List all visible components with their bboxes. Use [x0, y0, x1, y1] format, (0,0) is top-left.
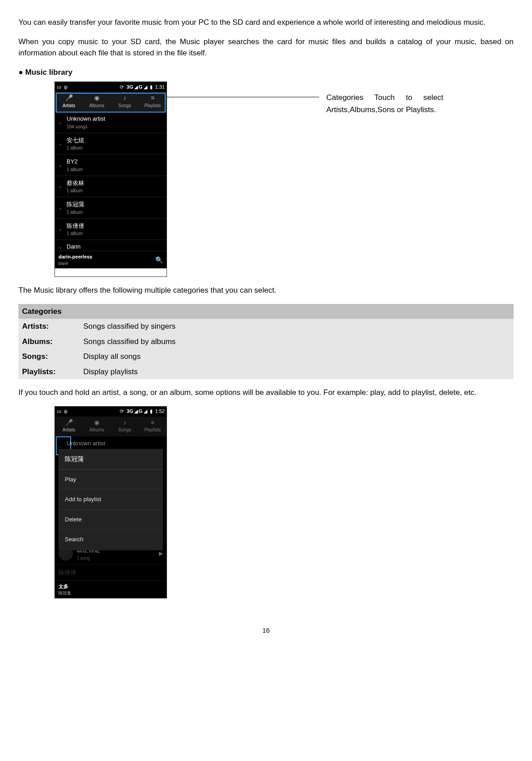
- intro-paragraph-1: You can easily transfer your favorite mu…: [18, 17, 514, 28]
- signal-icon: ◢: [144, 83, 147, 91]
- tab-playlists[interactable]: ≡ Playlists: [139, 417, 167, 436]
- reload-icon: ⟳: [120, 83, 124, 91]
- note-icon: ♪: [120, 419, 129, 426]
- search-icon[interactable]: 🔍: [155, 255, 163, 265]
- tab-label: Artists: [63, 102, 75, 109]
- artist-name: BY2: [67, 157, 83, 166]
- tab-artists[interactable]: 🎤 Artists: [55, 417, 83, 436]
- figure-context-menu: ▭ ψ ⟳ 3G ◢ G ◢ ▮ 1:52 🎤 Artists ◉ Albums: [54, 406, 514, 599]
- music-library-categories-text: The Music library offers the following m…: [18, 285, 514, 296]
- network-g-label: G: [139, 83, 143, 91]
- battery-icon: ▮: [150, 83, 153, 91]
- signal-icon: ◢: [144, 408, 147, 415]
- table-row: Artists: Songs classified by singers: [18, 319, 514, 334]
- table-row: Playlists: Display playlists: [18, 364, 514, 380]
- categories-table: Categories Artists: Songs classified by …: [18, 304, 514, 380]
- category-key: Playlists:: [18, 364, 80, 380]
- category-value: Display all songs: [80, 349, 514, 364]
- artist-row[interactable]: ⌄ Darin: [55, 240, 167, 251]
- song-subtitle: 1 song: [77, 555, 159, 562]
- chevron-down-icon: ⌄: [59, 162, 62, 168]
- callout-text: Categories Touch to select Artists,Album…: [319, 82, 443, 116]
- tab-artists[interactable]: 🎤 Artists: [55, 92, 83, 112]
- artist-subtitle: 1 album: [67, 230, 84, 237]
- status-bar: ▭ ψ ⟳ 3G ◢ G ◢ ▮ 1:31: [55, 82, 167, 92]
- music-library-heading: ● Music library: [18, 67, 514, 78]
- context-menu: 陈冠蒲 Play Add to playlist Delete Search: [59, 449, 163, 550]
- artist-row[interactable]: ⌄ 陈倩倩1 album: [55, 219, 167, 240]
- artist-name: 安七炫: [67, 136, 84, 145]
- tab-playlists[interactable]: ≡ Playlists: [139, 92, 167, 112]
- signal-icon: ◢: [134, 83, 138, 91]
- tab-label: Songs: [118, 426, 131, 433]
- page-number: 16: [18, 625, 514, 636]
- signal-icon: ◢: [134, 408, 138, 415]
- table-row: Songs: Display all songs: [18, 349, 514, 364]
- phone-screenshot-1: ▭ ψ ⟳ 3G ◢ G ◢ ▮ 1:31 🎤 Artists ◉ Albums: [54, 82, 167, 277]
- now-playing-bar[interactable]: darin-peerless Darin 🔍: [55, 251, 167, 268]
- table-header: Categories: [18, 304, 514, 319]
- artist-row[interactable]: ⌄ Unknown artist104 songs: [55, 112, 167, 133]
- list-icon: ≡: [148, 95, 157, 101]
- chevron-down-icon: ⌄: [59, 226, 62, 232]
- music-tabs: 🎤 Artists ◉ Albums ♪ Songs ≡ Playlists: [55, 417, 167, 436]
- category-value: Songs classified by singers: [80, 319, 514, 334]
- context-menu-add-to-playlist[interactable]: Add to playlist: [59, 489, 163, 510]
- usb-icon: ψ: [64, 83, 68, 91]
- chevron-down-icon: ⌄: [59, 119, 62, 126]
- artist-name: 陈倩倩: [67, 222, 84, 231]
- artist-name: 蔡依林: [67, 179, 84, 188]
- tab-label: Albums: [89, 102, 104, 109]
- category-value: Display playlists: [80, 364, 514, 380]
- category-key: Albums:: [18, 334, 80, 349]
- status-bar: ▭ ψ ⟳ 3G ◢ G ◢ ▮ 1:52: [55, 407, 167, 417]
- callout-line2: Artists,Albums,Sons or Playlists.: [326, 105, 436, 114]
- white-strip: [55, 268, 167, 276]
- note-icon: ♪: [120, 95, 129, 101]
- table-header-row: Categories: [18, 304, 514, 319]
- artist-subtitle: 104 songs: [67, 123, 105, 130]
- callout-leader-line: [166, 97, 319, 98]
- category-value: Songs classified by albums: [80, 334, 514, 349]
- usb-icon: ψ: [64, 408, 68, 415]
- disc-icon: ◉: [92, 419, 101, 426]
- phone-screenshot-2: ▭ ψ ⟳ 3G ◢ G ◢ ▮ 1:52 🎤 Artists ◉ Albums: [54, 406, 167, 599]
- artist-row[interactable]: ⌄ 陈冠蒲1 album: [55, 197, 167, 219]
- now-playing-bar[interactable]: 太多 陈冠蒲: [55, 581, 167, 598]
- network-3g-label: 3G: [126, 83, 133, 91]
- tab-songs[interactable]: ♪ Songs: [111, 92, 139, 112]
- mic-icon: 🎤: [64, 419, 73, 426]
- play-icon: ▶: [159, 549, 163, 557]
- tab-albums[interactable]: ◉ Albums: [83, 417, 111, 436]
- artist-subtitle: 1 album: [67, 145, 84, 151]
- artist-subtitle: 1 album: [67, 166, 83, 173]
- artist-row[interactable]: ⌄ 安七炫1 album: [55, 133, 167, 155]
- artist-name: Darin: [67, 242, 81, 251]
- tab-label: Playlists: [144, 102, 161, 109]
- network-3g-label: 3G: [126, 408, 133, 415]
- tab-label: Playlists: [144, 426, 161, 433]
- artist-row[interactable]: ⌄ BY21 album: [55, 154, 167, 176]
- status-time: 1:52: [155, 408, 165, 415]
- network-g-label: G: [139, 408, 143, 415]
- tab-songs[interactable]: ♪ Songs: [111, 417, 139, 436]
- tab-albums[interactable]: ◉ Albums: [83, 92, 111, 112]
- figure-music-library: ▭ ψ ⟳ 3G ◢ G ◢ ▮ 1:31 🎤 Artists ◉ Albums: [54, 82, 514, 277]
- now-playing-artist: Darin: [59, 261, 92, 267]
- artist-name: Unknown artist: [67, 439, 105, 448]
- context-menu-delete[interactable]: Delete: [59, 510, 163, 530]
- reload-icon: ⟳: [120, 408, 124, 415]
- context-menu-play[interactable]: Play: [59, 470, 163, 490]
- disc-icon: ◉: [92, 95, 101, 101]
- battery-icon: ▮: [150, 408, 153, 415]
- now-playing-artist: 陈冠蒲: [59, 590, 71, 597]
- artist-subtitle: 1 album: [67, 187, 84, 194]
- artist-name: Unknown artist: [67, 114, 105, 123]
- artist-row[interactable]: ⌄ 蔡依林1 album: [55, 176, 167, 198]
- context-menu-text: If you touch and hold an artist, a song,…: [18, 387, 514, 399]
- table-row: Albums: Songs classified by albums: [18, 334, 514, 349]
- mic-icon: 🎤: [64, 95, 73, 101]
- context-menu-search[interactable]: Search: [59, 530, 163, 549]
- status-icon: ▭: [57, 83, 61, 91]
- status-icon: ▭: [57, 408, 61, 415]
